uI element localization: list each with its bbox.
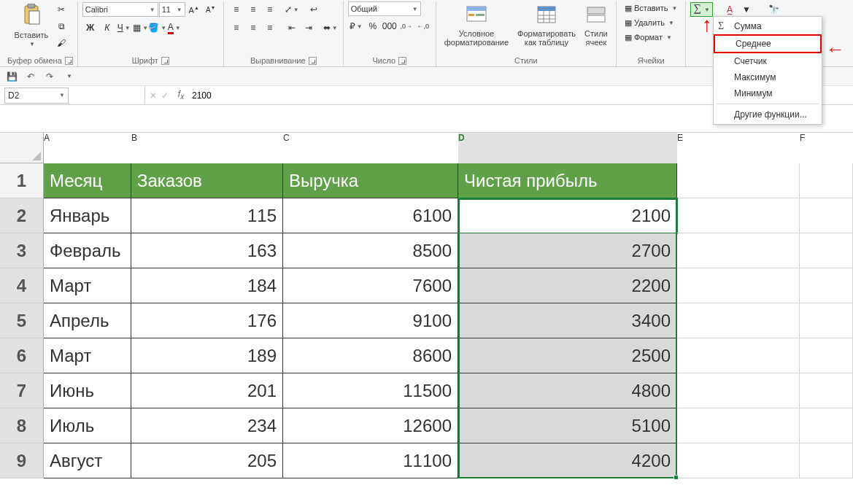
cell[interactable]: 176 xyxy=(131,303,283,338)
bold-button[interactable]: Ж xyxy=(82,20,99,36)
orientation-button[interactable]: ⤢▼ xyxy=(284,1,300,18)
cell[interactable] xyxy=(800,443,853,478)
cell[interactable]: 7600 xyxy=(283,268,458,303)
cell[interactable]: Март xyxy=(44,268,131,303)
cell[interactable] xyxy=(800,198,853,233)
paste-button[interactable]: Вставить ▼ xyxy=(11,1,53,50)
font-color-button[interactable]: A▼ xyxy=(166,20,182,36)
grow-font-button[interactable]: A▲ xyxy=(186,1,202,18)
cell[interactable] xyxy=(677,338,800,373)
insert-cells-button[interactable]: ▦Вставить▼ xyxy=(621,1,682,15)
format-painter-button[interactable]: 🖌 xyxy=(53,35,69,51)
cell[interactable]: 115 xyxy=(131,198,283,233)
col-header-B[interactable]: B xyxy=(131,133,283,163)
cell[interactable] xyxy=(677,408,800,443)
cell[interactable]: 11100 xyxy=(283,443,458,478)
dialog-launcher-icon[interactable] xyxy=(65,57,73,65)
border-button[interactable]: ▦▼ xyxy=(133,20,149,36)
cell[interactable]: 2700 xyxy=(458,233,677,268)
cell[interactable]: Август xyxy=(44,443,131,478)
cell[interactable]: 205 xyxy=(131,443,283,478)
font-size-combo[interactable]: 11▼ xyxy=(159,2,185,17)
cell[interactable] xyxy=(677,373,800,408)
cell[interactable]: 5100 xyxy=(458,408,677,443)
fx-icon[interactable]: fx xyxy=(173,89,189,101)
menu-item-min[interactable]: Минимум xyxy=(714,85,822,101)
cell[interactable]: 3400 xyxy=(458,303,677,338)
format-cells-button[interactable]: ▦Формат▼ xyxy=(621,31,676,44)
cell[interactable] xyxy=(800,338,853,373)
active-cell[interactable]: 2100 xyxy=(458,198,677,233)
increase-decimal-button[interactable]: ,0→ xyxy=(398,18,414,34)
italic-button[interactable]: К xyxy=(99,20,115,36)
cell[interactable]: 189 xyxy=(131,338,283,373)
menu-item-count[interactable]: Счетчик xyxy=(714,53,822,69)
align-left-button[interactable]: ≡ xyxy=(228,20,244,36)
cell[interactable] xyxy=(677,198,800,233)
cell[interactable]: Февраль xyxy=(44,233,131,268)
wrap-text-button[interactable]: ↩ xyxy=(306,1,322,18)
row-header[interactable]: 4 xyxy=(0,268,44,303)
menu-item-sum[interactable]: ΣСумма xyxy=(714,18,822,34)
cancel-formula-icon[interactable]: ✕ xyxy=(150,90,157,101)
cell[interactable]: Март xyxy=(44,338,131,373)
decrease-indent-button[interactable]: ⇤ xyxy=(284,20,300,36)
align-bottom-button[interactable]: ≡ xyxy=(262,1,278,18)
cell[interactable]: 8500 xyxy=(283,233,458,268)
col-header-A[interactable]: A xyxy=(44,133,131,163)
row-header[interactable]: 6 xyxy=(0,338,44,373)
select-all-corner[interactable] xyxy=(0,133,44,163)
cell[interactable]: 8600 xyxy=(283,338,458,373)
cell[interactable]: 184 xyxy=(131,268,283,303)
copy-button[interactable]: ⧉ xyxy=(53,18,69,34)
cell[interactable]: Январь xyxy=(44,198,131,233)
header-cell[interactable]: Заказов xyxy=(131,163,283,198)
cell[interactable]: 201 xyxy=(131,373,283,408)
qat-customize-button[interactable]: ▼ xyxy=(61,69,76,84)
cell[interactable]: 4800 xyxy=(458,373,677,408)
align-top-button[interactable]: ≡ xyxy=(228,1,244,18)
sort-filter-button[interactable]: A̲ xyxy=(722,1,738,18)
col-header-D[interactable]: D xyxy=(458,133,677,163)
menu-item-more-functions[interactable]: Другие функции... xyxy=(714,106,822,123)
dialog-launcher-icon[interactable] xyxy=(398,57,406,65)
worksheet-grid[interactable]: A B C D E F 1 Месяц Заказов Выручка Чист… xyxy=(0,133,853,478)
align-center-button[interactable]: ≡ xyxy=(245,20,261,36)
cell[interactable]: 9100 xyxy=(283,303,458,338)
cell[interactable] xyxy=(677,268,800,303)
cell[interactable]: 12600 xyxy=(283,408,458,443)
decrease-decimal-button[interactable]: ←,0 xyxy=(415,18,431,34)
cell[interactable] xyxy=(677,233,800,268)
dialog-launcher-icon[interactable] xyxy=(161,57,169,65)
conditional-formatting-button[interactable]: Условное форматирование xyxy=(441,1,512,49)
header-cell[interactable]: Выручка xyxy=(283,163,458,198)
increase-indent-button[interactable]: ⇥ xyxy=(301,20,317,36)
cell[interactable] xyxy=(800,303,853,338)
enter-formula-icon[interactable]: ✓ xyxy=(161,90,169,101)
col-header-C[interactable]: C xyxy=(283,133,458,163)
underline-button[interactable]: Ч▼ xyxy=(116,20,132,36)
col-header-E[interactable]: E xyxy=(677,133,800,163)
row-header[interactable]: 7 xyxy=(0,373,44,408)
cell[interactable] xyxy=(800,408,853,443)
cell[interactable]: 234 xyxy=(131,408,283,443)
row-header[interactable]: 9 xyxy=(0,443,44,478)
cell[interactable] xyxy=(677,443,800,478)
cell[interactable]: Апрель xyxy=(44,303,131,338)
shrink-font-button[interactable]: A▼ xyxy=(203,1,219,18)
merge-center-button[interactable]: ⬌▼ xyxy=(323,20,339,36)
menu-item-average[interactable]: Среднее xyxy=(714,34,822,53)
delete-cells-button[interactable]: ▦Удалить▼ xyxy=(621,16,678,29)
redo-button[interactable]: ↷ xyxy=(42,69,57,84)
undo-button[interactable]: ↶ xyxy=(23,69,38,84)
cell[interactable]: 11500 xyxy=(283,373,458,408)
cell[interactable]: 2500 xyxy=(458,338,677,373)
cell[interactable] xyxy=(800,373,853,408)
cell[interactable]: 2200 xyxy=(458,268,677,303)
align-middle-button[interactable]: ≡ xyxy=(245,1,261,18)
cell[interactable] xyxy=(800,163,853,198)
save-button[interactable]: 💾 xyxy=(4,69,19,84)
accounting-format-button[interactable]: ₽▼ xyxy=(348,18,364,34)
cell[interactable]: Июль xyxy=(44,408,131,443)
cell[interactable]: 4200 xyxy=(458,443,677,478)
